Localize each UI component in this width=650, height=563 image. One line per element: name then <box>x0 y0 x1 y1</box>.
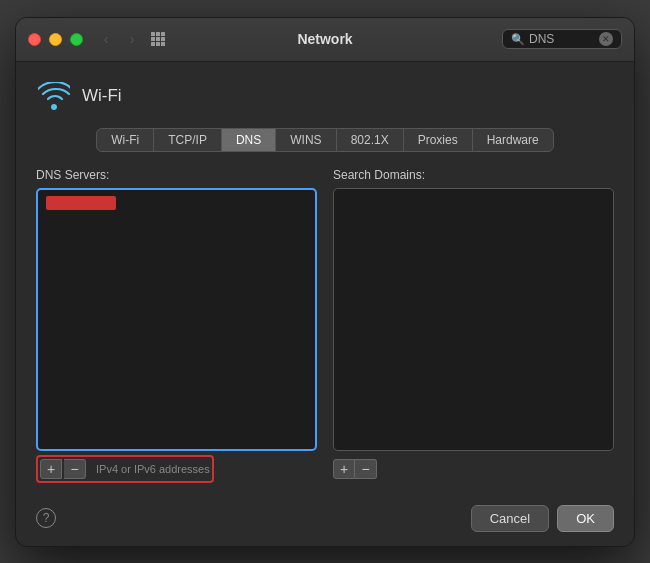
search-clear-button[interactable]: ✕ <box>599 32 613 46</box>
tab-wifi[interactable]: Wi-Fi <box>97 129 154 151</box>
footer-buttons: Cancel OK <box>471 505 614 532</box>
tab-dns[interactable]: DNS <box>222 129 276 151</box>
dns-controls-group: + − IPv4 or IPv6 addresses <box>36 455 214 483</box>
tab-hardware[interactable]: Hardware <box>473 129 553 151</box>
nav-buttons: ‹ › <box>95 30 143 48</box>
back-button[interactable]: ‹ <box>95 30 117 48</box>
tab-tcpip[interactable]: TCP/IP <box>154 129 222 151</box>
dns-add-button[interactable]: + <box>40 459 62 479</box>
dns-placeholder-text: IPv4 or IPv6 addresses <box>96 463 210 475</box>
panels: DNS Servers: + − IPv4 or IPv6 addresses … <box>36 168 614 483</box>
traffic-lights <box>28 33 83 46</box>
search-add-button[interactable]: + <box>333 459 355 479</box>
dns-servers-list[interactable] <box>36 188 317 451</box>
tab-8021x[interactable]: 802.1X <box>337 129 404 151</box>
section-header: Wi-Fi <box>36 78 614 114</box>
content-area: Wi-Fi Wi-Fi TCP/IP DNS WINS 802.1X Proxi… <box>16 62 634 495</box>
search-controls-simple: + − <box>333 459 377 479</box>
tab-proxies[interactable]: Proxies <box>404 129 473 151</box>
wifi-icon <box>36 78 72 114</box>
dns-remove-button[interactable]: − <box>64 459 86 479</box>
maximize-button[interactable] <box>70 33 83 46</box>
dns-servers-controls: + − IPv4 or IPv6 addresses <box>36 455 317 483</box>
redacted-dns-entry <box>46 196 116 210</box>
tab-wins[interactable]: WINS <box>276 129 336 151</box>
cancel-button[interactable]: Cancel <box>471 505 549 532</box>
section-title: Wi-Fi <box>82 86 122 106</box>
search-remove-button[interactable]: − <box>355 459 377 479</box>
dns-servers-panel: DNS Servers: + − IPv4 or IPv6 addresses <box>36 168 317 483</box>
forward-button[interactable]: › <box>121 30 143 48</box>
search-icon: 🔍 <box>511 33 525 46</box>
minimize-button[interactable] <box>49 33 62 46</box>
search-domains-controls: + − <box>333 455 614 483</box>
search-input-text[interactable]: DNS <box>529 32 595 46</box>
window-title: Network <box>297 31 352 47</box>
search-domains-label: Search Domains: <box>333 168 614 182</box>
network-window: ‹ › Network 🔍 DNS ✕ <box>15 17 635 547</box>
search-domains-panel: Search Domains: + − <box>333 168 614 483</box>
dns-servers-label: DNS Servers: <box>36 168 317 182</box>
tab-bar: Wi-Fi TCP/IP DNS WINS 802.1X Proxies Har… <box>96 128 553 152</box>
ok-button[interactable]: OK <box>557 505 614 532</box>
footer: ? Cancel OK <box>16 495 634 546</box>
search-domains-list[interactable] <box>333 188 614 451</box>
help-button[interactable]: ? <box>36 508 56 528</box>
titlebar: ‹ › Network 🔍 DNS ✕ <box>16 18 634 62</box>
apps-grid-icon[interactable] <box>151 32 165 46</box>
close-button[interactable] <box>28 33 41 46</box>
search-bar[interactable]: 🔍 DNS ✕ <box>502 29 622 49</box>
